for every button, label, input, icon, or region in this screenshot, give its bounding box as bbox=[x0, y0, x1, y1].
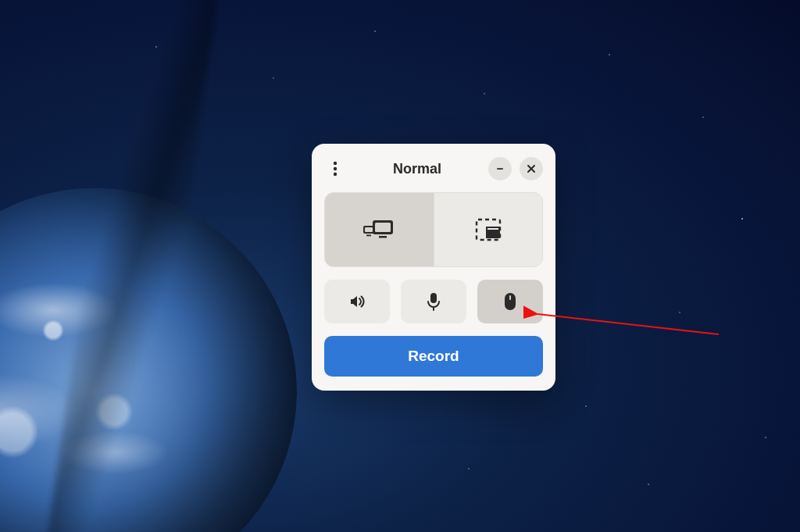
capture-mode-screen[interactable] bbox=[325, 193, 434, 266]
svg-rect-8 bbox=[365, 227, 373, 232]
speaker-icon bbox=[348, 293, 366, 310]
svg-rect-3 bbox=[497, 168, 503, 170]
mouse-toggle[interactable] bbox=[477, 280, 543, 323]
svg-rect-13 bbox=[430, 293, 437, 303]
record-button[interactable]: Record bbox=[324, 336, 543, 377]
close-icon bbox=[527, 164, 536, 173]
mouse-icon bbox=[504, 292, 516, 311]
microphone-icon bbox=[427, 292, 441, 311]
recorder-window: Normal bbox=[312, 144, 555, 391]
minimize-icon bbox=[495, 164, 505, 173]
menu-kebab-icon bbox=[333, 161, 338, 177]
selection-icon bbox=[475, 218, 502, 241]
window-title: Normal bbox=[346, 161, 488, 177]
svg-point-0 bbox=[334, 162, 337, 165]
window-controls bbox=[488, 157, 543, 180]
close-button[interactable] bbox=[520, 157, 543, 180]
capture-mode-selection[interactable] bbox=[434, 193, 543, 266]
svg-rect-9 bbox=[366, 235, 371, 237]
svg-point-1 bbox=[334, 167, 337, 170]
toggle-row bbox=[324, 280, 543, 323]
microphone-toggle[interactable] bbox=[401, 280, 466, 323]
svg-rect-12 bbox=[488, 228, 498, 230]
titlebar: Normal bbox=[324, 155, 543, 183]
svg-rect-6 bbox=[379, 236, 387, 238]
svg-point-2 bbox=[334, 173, 337, 176]
minimize-button[interactable] bbox=[488, 157, 512, 180]
svg-rect-5 bbox=[375, 223, 391, 232]
capture-mode-group bbox=[324, 192, 543, 267]
svg-rect-16 bbox=[509, 295, 511, 300]
speaker-toggle[interactable] bbox=[324, 280, 390, 323]
display-icon bbox=[362, 217, 396, 242]
menu-button[interactable] bbox=[324, 158, 346, 180]
